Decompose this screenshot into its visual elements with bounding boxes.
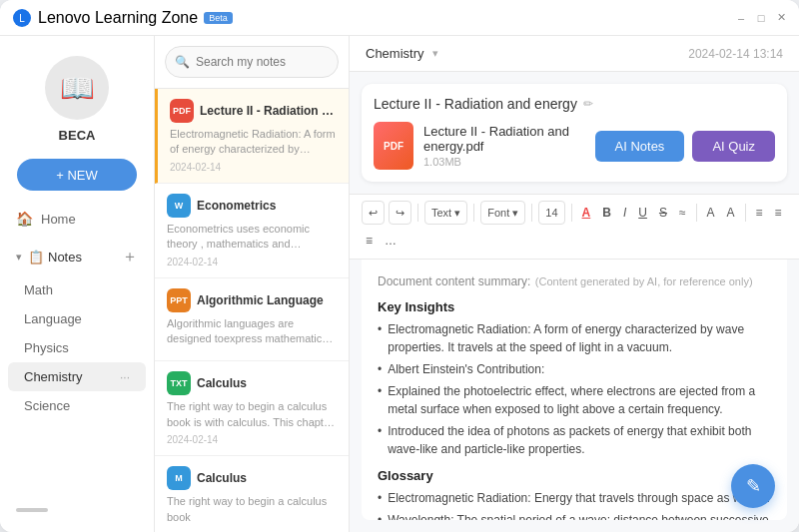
bold-button[interactable]: B bbox=[598, 201, 615, 225]
avatar-section: 📖 BECA bbox=[0, 48, 154, 159]
underline-button[interactable]: U bbox=[634, 201, 651, 225]
strikethrough-button[interactable]: S bbox=[655, 201, 671, 225]
bullet-item: • Explained the photoelectric effect, wh… bbox=[378, 382, 771, 418]
app-name: Lenovo Learning Zone bbox=[38, 9, 198, 27]
toolbar-separator bbox=[571, 204, 572, 222]
notes-section-header: ▾ 📋 Notes ＋ bbox=[0, 239, 154, 275]
fab-button[interactable]: ✎ bbox=[731, 464, 775, 508]
code-button[interactable]: ≈ bbox=[675, 201, 690, 225]
more-options-button[interactable]: … bbox=[381, 229, 400, 253]
ai-notes-button[interactable]: AI Notes bbox=[595, 131, 685, 162]
chemistry-more-icon[interactable]: ··· bbox=[120, 370, 130, 384]
align-center-button[interactable]: ≡ bbox=[771, 201, 786, 225]
list-item[interactable]: W Econometrics Econometrics uses economi… bbox=[155, 184, 349, 278]
italic-button[interactable]: I bbox=[619, 201, 630, 225]
bullet-text: Albert Einstein's Contribution: bbox=[388, 360, 544, 378]
sidebar-item-science[interactable]: Science bbox=[0, 391, 154, 420]
search-input[interactable] bbox=[165, 46, 339, 78]
bullet-item: • Electromagnetic Radiation: Energy that… bbox=[378, 489, 771, 507]
bullet-dot: • bbox=[378, 360, 382, 378]
edit-icon[interactable]: ✏ bbox=[583, 97, 593, 111]
summary-header: Document content summary: (Content gener… bbox=[378, 271, 771, 289]
notes-list: PDF Lecture II - Radiation and ene... El… bbox=[155, 89, 349, 532]
bullet-dot: • bbox=[378, 511, 382, 520]
note-preview: Electromagnetic Radiation: A form of ene… bbox=[170, 127, 337, 158]
note-date: 2024-02-14 bbox=[167, 257, 337, 267]
content-area: Document content summary: (Content gener… bbox=[362, 260, 787, 520]
app-container: L Lenovo Learning Zone Beta – □ ✕ 📖 BECA… bbox=[0, 0, 799, 532]
note-badge-pdf: PDF bbox=[170, 99, 194, 123]
toolbar-separator bbox=[473, 204, 474, 222]
glossary-title: Glossary bbox=[378, 468, 771, 483]
font-color-button[interactable]: A bbox=[578, 201, 595, 225]
svg-text:L: L bbox=[19, 13, 25, 24]
list-item[interactable]: PDF Lecture II - Radiation and ene... El… bbox=[155, 89, 349, 184]
highlight-button[interactable]: A bbox=[703, 201, 719, 225]
ai-quiz-button[interactable]: AI Quiz bbox=[692, 131, 775, 162]
notes-sub-nav: Math Language Physics Chemistry ··· Scie… bbox=[0, 275, 154, 420]
header-date: 2024-02-14 13:14 bbox=[688, 47, 783, 61]
sidebar-item-home[interactable]: 🏠 Home bbox=[0, 203, 154, 235]
undo-button[interactable]: ↩ bbox=[362, 201, 385, 225]
bullet-text: Explained the photoelectric effect, wher… bbox=[388, 382, 771, 418]
sidebar-item-physics[interactable]: Physics bbox=[0, 333, 154, 362]
bullet-dot: • bbox=[378, 320, 382, 356]
bullet-dot: • bbox=[378, 382, 382, 418]
fab-edit-icon: ✎ bbox=[746, 475, 761, 497]
list-item[interactable]: TXT Calculus The right way to begin a ca… bbox=[155, 361, 349, 456]
notes-add-button[interactable]: ＋ bbox=[122, 247, 138, 267]
notes-section-toggle[interactable]: ▾ bbox=[16, 251, 22, 264]
search-wrapper: 🔍 bbox=[165, 46, 339, 78]
maximize-button[interactable]: □ bbox=[755, 12, 767, 24]
note-badge-ppt: PPT bbox=[167, 288, 191, 312]
note-preview: The right way to begin a calculus book i… bbox=[167, 399, 337, 430]
main-layout: 📖 BECA + NEW 🏠 Home ▾ 📋 Notes bbox=[0, 36, 799, 532]
list-item[interactable]: PPT Algorithmic Language Algorithmic lan… bbox=[155, 278, 349, 362]
doc-info: PDF Lecture II - Radiation and energy.pd… bbox=[374, 122, 775, 170]
home-icon: 🏠 bbox=[16, 211, 33, 227]
new-button[interactable]: + NEW bbox=[17, 159, 137, 191]
note-title: Calculus bbox=[197, 376, 337, 390]
bullet-text: Electromagnetic Radiation: A form of ene… bbox=[388, 320, 771, 356]
note-title: Calculus bbox=[197, 471, 337, 485]
note-badge-m: M bbox=[167, 466, 191, 490]
doc-card: Lecture II - Radiation and energy ✏ PDF … bbox=[362, 84, 787, 182]
middle-panel: 🔍 PDF Lecture II - Radiation and ene... … bbox=[155, 36, 350, 532]
doc-size: 1.03MB bbox=[423, 156, 585, 168]
sidebar-bottom bbox=[0, 500, 154, 520]
note-title: Algorithmic Language bbox=[197, 293, 337, 307]
bullet-item: • Wavelength: The spatial period of a wa… bbox=[378, 511, 771, 520]
sidebar-item-language[interactable]: Language bbox=[0, 304, 154, 333]
notes-icon: 📋 bbox=[28, 250, 44, 265]
note-date: 2024-02-14 bbox=[167, 434, 337, 445]
note-badge-txt: TXT bbox=[167, 371, 191, 395]
close-button[interactable]: ✕ bbox=[775, 12, 787, 24]
list-item[interactable]: M Calculus The right way to begin a calc… bbox=[155, 456, 349, 532]
font-size-button[interactable]: 14 bbox=[538, 201, 564, 225]
text-style-button[interactable]: Text ▾ bbox=[424, 201, 467, 225]
sidebar-home-label: Home bbox=[41, 212, 76, 227]
text-align-button[interactable]: A bbox=[723, 201, 739, 225]
glossary-section: Glossary • Electromagnetic Radiation: En… bbox=[378, 468, 771, 520]
font-button[interactable]: Font ▾ bbox=[480, 201, 525, 225]
search-icon: 🔍 bbox=[175, 55, 190, 69]
sidebar-item-math[interactable]: Math bbox=[0, 275, 154, 304]
right-header: Chemistry ▾ 2024-02-14 13:14 bbox=[350, 36, 799, 72]
note-title: Econometrics bbox=[197, 199, 337, 213]
align-right-button[interactable]: ≡ bbox=[362, 229, 377, 253]
bullet-dot: • bbox=[378, 422, 382, 458]
breadcrumb: Chemistry bbox=[366, 46, 424, 61]
toolbar-separator bbox=[696, 204, 697, 222]
sidebar-item-chemistry[interactable]: Chemistry ··· bbox=[8, 362, 146, 391]
right-wrapper: Chemistry ▾ 2024-02-14 13:14 Lecture II … bbox=[350, 36, 799, 532]
redo-button[interactable]: ↪ bbox=[389, 201, 411, 225]
align-left-button[interactable]: ≡ bbox=[752, 201, 767, 225]
search-bar: 🔍 bbox=[155, 36, 349, 89]
app-logo-area: L Lenovo Learning Zone Beta bbox=[12, 8, 735, 28]
beta-badge: Beta bbox=[204, 12, 233, 24]
minimize-button[interactable]: – bbox=[735, 12, 747, 24]
notes-section: ▾ 📋 Notes ＋ Math Language bbox=[0, 239, 154, 420]
note-badge-w: W bbox=[167, 194, 191, 218]
note-date: 2024-02-14 bbox=[170, 162, 337, 173]
glossary-item: Electromagnetic Radiation: Energy that t… bbox=[388, 489, 770, 507]
